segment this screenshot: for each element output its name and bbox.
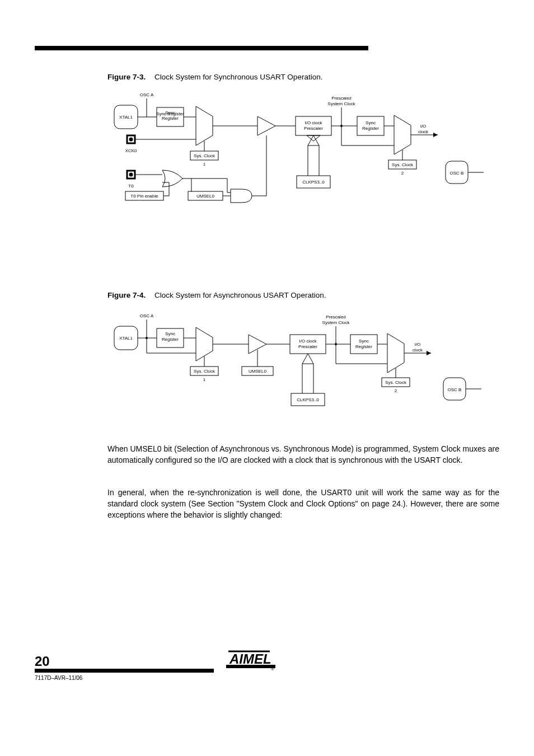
svg-text:Prescaled: Prescaled (331, 96, 352, 101)
svg-marker-110 (427, 351, 431, 355)
svg-marker-21 (308, 135, 319, 145)
oscb-label-2: OSC B (448, 387, 462, 392)
svg-marker-7 (196, 106, 213, 145)
t0-label: T0 (128, 184, 134, 189)
svg-marker-74 (196, 327, 213, 361)
svg-text:Sys. Clock: Sys. Clock (194, 369, 216, 374)
svg-text:1: 1 (203, 377, 206, 382)
svg-text:®: ® (271, 666, 274, 672)
xtal1-label: XTAL1 (119, 115, 133, 120)
svg-marker-20 (307, 135, 320, 141)
svg-marker-44 (433, 133, 438, 137)
svg-text:Sys. Clock: Sys. Clock (194, 153, 216, 158)
figure-7-4-caption: Figure 7-4. Clock System for Asynchronou… (107, 291, 326, 299)
fig1-title: Clock System for Synchronous USART Opera… (154, 73, 322, 81)
umsel0-label: UMSEL0 (196, 194, 215, 199)
svg-text:Sync: Sync (165, 331, 175, 336)
svg-text:I/O clock: I/O clock (305, 120, 322, 125)
svg-text:Sync: Sync (359, 339, 369, 344)
svg-text:AIMEL: AIMEL (229, 651, 271, 666)
svg-text:Sys. Clock: Sys. Clock (385, 380, 407, 385)
svg-marker-89 (302, 354, 313, 364)
xtal1-label-2: XTAL1 (119, 336, 133, 341)
figure-7-4-diagram: XTAL1 OSC A Sync Register Sys. Clock 1 U… (107, 311, 488, 428)
svg-text:2: 2 (401, 171, 404, 176)
paragraph-1: When UMSEL0 bit (Selection of Asynchrono… (107, 443, 499, 466)
svg-text:System Clock: System Clock (328, 101, 356, 106)
svg-text:System Clock: System Clock (322, 320, 350, 325)
figure-7-3-caption: Figure 7-3. Clock System for Synchronous… (107, 73, 322, 81)
svg-point-50 (129, 173, 133, 177)
page: Figure 7-3. Clock System for Synchronous… (0, 0, 534, 756)
oscb-label: OSC B (450, 171, 464, 176)
svg-text:I/O clock: I/O clock (299, 339, 317, 344)
svg-text:2: 2 (395, 388, 397, 393)
svg-text:Prescaled: Prescaled (326, 314, 346, 320)
svg-marker-36 (394, 115, 411, 154)
umsel0-label-2: UMSEL0 (249, 369, 267, 374)
svg-text:Register: Register (362, 126, 379, 131)
svg-marker-102 (387, 334, 404, 373)
page-number: 20 (35, 654, 50, 669)
clkps-label: CLKPS3..0 (302, 180, 325, 185)
fig2-title: Clock System for Asynchronous USART Oper… (154, 291, 326, 299)
atmel-logo: AIMEL ® (226, 648, 275, 672)
svg-text:Sync: Sync (165, 110, 175, 115)
svg-text:Sync: Sync (366, 120, 376, 125)
svg-text:Register: Register (162, 116, 179, 121)
sysclk1-one: 1 (203, 162, 206, 167)
figure-7-3-diagram: XTAL1 OSC A Sync Register Sync Register … (107, 90, 488, 224)
fig2-strong: Figure 7-4. (107, 291, 146, 299)
osc-a-label-2: OSC A (140, 313, 154, 318)
svg-text:Register: Register (355, 344, 372, 349)
svg-text:Register: Register (162, 337, 179, 342)
svg-text:Sys. Clock: Sys. Clock (392, 162, 414, 167)
svg-text:I/O: I/O (420, 124, 427, 129)
xck0-label: XCK0 (125, 148, 137, 153)
svg-text:Prescaler: Prescaler (298, 344, 317, 349)
svg-text:clock: clock (418, 129, 429, 134)
t0pinen-label: T0 Pin enable (130, 194, 158, 199)
top-rule (35, 46, 368, 50)
paragraph-2: In general, when the re-synchronization … (107, 487, 499, 520)
svg-text:clock: clock (413, 348, 423, 353)
doc-id: 7117D–AVR–11/06 (35, 675, 82, 681)
bottom-rule (35, 669, 214, 673)
svg-text:Prescaler: Prescaler (304, 126, 323, 131)
osc-a-label: OSC A (140, 92, 154, 97)
clkps-label-2: CLKPS3..0 (297, 397, 319, 402)
svg-text:I/O: I/O (415, 342, 421, 347)
svg-point-9 (129, 138, 133, 142)
fig1-strong: Figure 7-3. (107, 73, 146, 81)
svg-marker-15 (257, 116, 275, 135)
